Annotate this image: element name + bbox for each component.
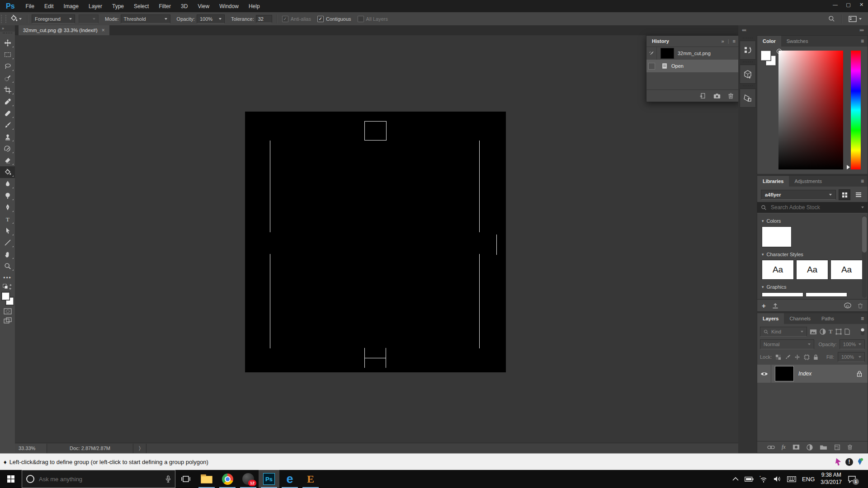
language-indicator[interactable]: ENG [802,476,815,483]
edit-toolbar-button[interactable]: ••• [0,275,15,281]
filter-image-icon[interactable] [810,329,817,335]
canvas-pasteboard[interactable] [15,35,738,443]
upload-icon[interactable] [772,303,778,309]
notification-app-button[interactable]: 12 [238,470,259,488]
new-document-from-state-icon[interactable] [699,93,706,99]
3d-materials-dock-icon[interactable] [740,65,756,84]
menu-filter[interactable]: Filter [154,0,176,12]
tool-history-brush[interactable] [0,143,15,155]
minimize-button[interactable]: — [829,0,842,9]
tool-lasso[interactable] [0,61,15,72]
menu-select[interactable]: Select [129,0,154,12]
filter-shape-icon[interactable] [835,328,842,335]
pen-tool-status-icon[interactable] [856,458,863,466]
graphic-item[interactable] [762,292,803,297]
battery-icon[interactable] [745,477,754,482]
collapse-dock-icon[interactable]: «« [742,28,746,33]
color-picker-marker[interactable] [777,49,782,54]
search-icon[interactable] [828,15,835,22]
menu-window[interactable]: Window [214,0,244,12]
history-brush-source-icon[interactable] [646,47,657,60]
contiguous-checkbox[interactable] [317,16,324,22]
opacity-select[interactable]: 100% [197,14,225,23]
delete-state-icon[interactable] [728,93,734,99]
panel-menu-icon[interactable]: ≡ [861,313,868,324]
taskbar-search-input[interactable] [38,475,162,483]
color-panel-swatches[interactable] [761,51,776,66]
alert-icon[interactable]: ! [845,458,853,466]
tab-layers[interactable]: Layers [757,313,784,324]
menu-edit[interactable]: Edit [39,0,59,12]
filter-kind-select[interactable]: Kind [760,327,807,337]
tool-spot-healing-brush[interactable] [0,108,15,119]
tool-paint-bucket[interactable] [0,166,15,178]
filter-smart-object-icon[interactable] [844,328,850,335]
hue-ramp[interactable] [851,51,861,169]
history-dock-icon[interactable] [740,41,756,60]
mode-select[interactable]: Threshold [121,14,170,23]
layer-opacity-select[interactable]: 100% [840,339,865,349]
fill-select[interactable]: 100% [838,352,865,362]
tool-eyedropper[interactable] [0,96,15,108]
anti-alias-checkbox[interactable] [282,16,288,22]
library-color-swatch[interactable] [762,226,792,247]
tool-zoom[interactable] [0,260,15,272]
menu-file[interactable]: File [21,0,39,12]
new-group-icon[interactable] [820,444,827,450]
character-style-card[interactable]: Aa [830,260,863,280]
tool-line[interactable] [0,237,15,249]
tool-clone-stamp[interactable] [0,131,15,143]
hidden-icons-chevron[interactable] [732,477,739,481]
close-button[interactable]: ✕ [855,0,868,9]
start-button[interactable] [0,470,22,488]
maximize-button[interactable]: ▢ [842,0,855,9]
clock[interactable]: 9:38 AM 3/3/2017 [821,472,842,486]
add-mask-icon[interactable] [793,444,800,450]
edge-button[interactable]: e [279,470,300,488]
foreground-color[interactable] [1,292,10,300]
zoom-level-field[interactable]: 33.33% [15,444,47,453]
tool-type[interactable]: T [0,213,15,225]
lock-position-icon[interactable] [794,354,800,360]
creative-cloud-icon[interactable] [844,302,851,309]
cortana-search-box[interactable] [22,470,175,488]
panel-menu-icon[interactable]: ≡ [861,176,868,187]
lock-all-icon[interactable] [813,354,818,360]
file-explorer-button[interactable] [196,470,217,488]
touch-keyboard-icon[interactable] [787,476,796,482]
saturation-brightness-field[interactable] [778,51,843,169]
delete-icon[interactable] [858,303,863,309]
library-select[interactable]: a4flyer [761,190,836,200]
character-style-card[interactable]: Aa [796,260,828,280]
history-state-row[interactable]: Open [646,60,739,72]
link-layers-icon[interactable] [767,445,775,450]
section-character-styles[interactable]: ▾ Character Styles [762,252,868,257]
volume-icon[interactable] [774,476,781,482]
screen-mode-button[interactable] [0,317,15,324]
tool-hand[interactable] [0,249,15,260]
tool-crop[interactable] [0,84,15,96]
filter-toggle[interactable] [860,328,865,336]
history-snapshot-row[interactable]: 32mm_cut.png [646,47,739,60]
layer-style-icon[interactable]: fx [782,444,786,450]
tool-path-selection[interactable] [0,225,15,237]
close-tab-icon[interactable]: × [102,27,105,33]
section-colors[interactable]: ▾ Colors [762,218,868,224]
menu-type[interactable]: Type [107,0,129,12]
filter-type-icon[interactable]: T [829,328,833,335]
panel-menu-icon[interactable]: ≡ [861,36,868,47]
lock-transparency-icon[interactable] [775,354,781,360]
chrome-button[interactable] [217,470,238,488]
magenta-cursor-icon[interactable] [835,458,842,466]
status-options-button[interactable]: 〉 [133,444,146,453]
delete-layer-icon[interactable] [847,444,853,450]
tab-paths[interactable]: Paths [816,313,840,324]
microphone-icon[interactable] [165,475,171,483]
wifi-icon[interactable]: * [760,476,768,483]
filter-adjustment-icon[interactable] [820,328,826,335]
tool-preset-picker[interactable] [6,14,25,23]
new-layer-icon[interactable] [834,444,840,450]
adobe-stock-search[interactable] [757,202,868,213]
panel-menu-icon[interactable]: ≡ [733,38,736,44]
lock-artboard-icon[interactable] [804,354,810,360]
